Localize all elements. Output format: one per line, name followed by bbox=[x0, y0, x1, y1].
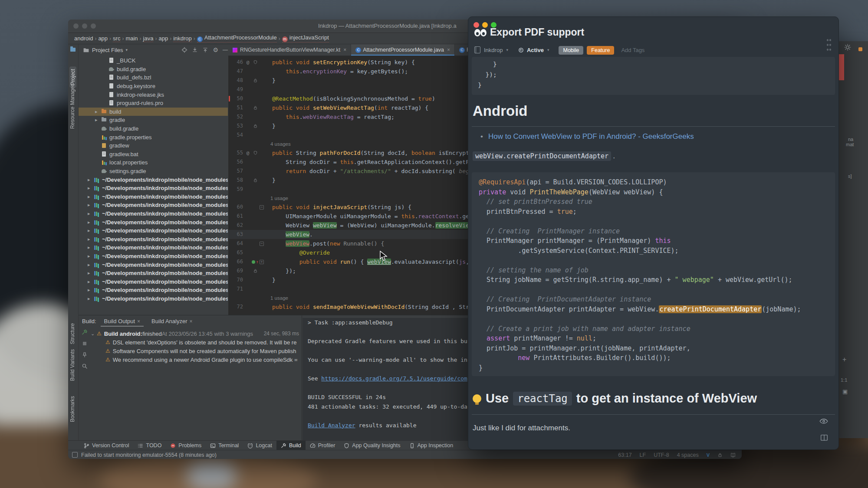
console-link[interactable]: Build Analyzer bbox=[308, 422, 355, 429]
editor-tab[interactable]: RNGestureHandlerButtonViewManager.kt× bbox=[228, 44, 351, 56]
toolbar-app-quality-insights[interactable]: App Quality Insights bbox=[339, 441, 404, 450]
tool-strip-resource-manager[interactable]: Resource Manager bbox=[69, 85, 76, 129]
tree-item[interactable]: ▸~/Developments/inkdrop/mobile/node_modu… bbox=[79, 252, 228, 261]
tree-item[interactable]: ▸~/Developments/inkdrop/mobile/node_modu… bbox=[79, 210, 228, 218]
locate-file-icon[interactable] bbox=[181, 47, 187, 53]
close-window-button[interactable] bbox=[73, 23, 79, 29]
breadcrumb-item[interactable]: android bbox=[74, 35, 93, 42]
lock-icon[interactable] bbox=[717, 452, 723, 458]
toolbar-problems[interactable]: Problems bbox=[166, 441, 206, 450]
vim-plugin-icon[interactable]: V bbox=[707, 452, 710, 458]
breadcrumb-item[interactable]: CAttachmentProcessorModule bbox=[197, 34, 277, 43]
actual-size-button[interactable]: 1:1 bbox=[841, 377, 847, 383]
drag-handle-icon[interactable] bbox=[826, 38, 832, 52]
tag-pill[interactable]: Mobile bbox=[559, 46, 583, 55]
gear-icon[interactable]: ⚙ bbox=[213, 46, 218, 53]
project-view-selector[interactable]: Project Files bbox=[92, 47, 123, 53]
tree-item[interactable]: ▸~/Developments/inkdrop/mobile/node_modu… bbox=[79, 226, 228, 235]
breadcrumb-item[interactable]: src bbox=[113, 35, 120, 42]
breadcrumb-item[interactable]: minjectJavaScript bbox=[282, 34, 329, 43]
minimize-window-button[interactable] bbox=[482, 22, 488, 28]
toolbar-profiler[interactable]: Profiler bbox=[306, 441, 340, 450]
stop-icon[interactable] bbox=[82, 341, 88, 347]
breadcrumb-item[interactable]: java bbox=[143, 35, 154, 42]
tool-strip-bookmarks[interactable]: Bookmarks bbox=[69, 396, 76, 422]
tree-item[interactable]: ▸~/Developments/inkdrop/mobile/node_modu… bbox=[79, 286, 228, 295]
editor-tab[interactable]: CAttachmentProcessorModule.java× bbox=[351, 44, 455, 56]
build-tab[interactable]: Build Analyzer× bbox=[148, 317, 196, 326]
status-item[interactable]: UTF-8 bbox=[654, 452, 669, 458]
tree-item[interactable]: ▸~/Developments/inkdrop/mobile/node_modu… bbox=[79, 184, 228, 193]
tree-item[interactable]: ▸build bbox=[79, 108, 228, 116]
build-tree-row[interactable]: ⌄⚠Build android: finished At 2023/05/26 … bbox=[91, 329, 302, 338]
status-item[interactable]: 4 spaces bbox=[677, 452, 699, 458]
external-link[interactable]: How to Convert WebView to PDF in Android… bbox=[488, 132, 694, 141]
zoom-window-button[interactable] bbox=[91, 23, 96, 29]
collapse-all-icon[interactable] bbox=[202, 47, 208, 53]
gear-icon[interactable] bbox=[844, 44, 851, 51]
tree-item[interactable]: build.gradle bbox=[79, 124, 228, 133]
toolbar-logcat[interactable]: Logcat bbox=[243, 441, 276, 450]
tree-item[interactable]: ▸gradle bbox=[79, 116, 228, 124]
status-item[interactable]: 63:17 bbox=[618, 452, 631, 458]
pin-icon[interactable] bbox=[82, 352, 88, 358]
build-tab[interactable]: Build Output× bbox=[101, 317, 144, 327]
toolbar-todo[interactable]: TODO bbox=[133, 441, 166, 450]
tree-item[interactable]: ▸~/Developments/inkdrop/mobile/node_modu… bbox=[79, 193, 228, 201]
hide-panel-icon[interactable]: — bbox=[223, 47, 228, 53]
tree-item[interactable]: gradlew bbox=[79, 141, 228, 150]
tree-item[interactable]: gradle.properties bbox=[79, 133, 228, 141]
tree-item[interactable]: settings.gradle bbox=[79, 167, 228, 176]
tree-item[interactable]: gradlew.bat bbox=[79, 150, 228, 159]
chevron-down-icon[interactable]: ▾ bbox=[547, 48, 549, 52]
breadcrumb-item[interactable]: app bbox=[98, 35, 108, 42]
note-title[interactable]: Export PDF support bbox=[490, 26, 584, 38]
tree-item[interactable]: ▸~/Developments/inkdrop/mobile/node_modu… bbox=[79, 201, 228, 210]
close-tab-icon[interactable]: × bbox=[447, 47, 450, 53]
tool-strip-structure[interactable]: Structure bbox=[69, 323, 76, 344]
toolbar-app-inspection[interactable]: App Inspection bbox=[405, 441, 458, 450]
tree-item[interactable]: debug.keystore bbox=[79, 82, 228, 91]
tree-item[interactable]: ▸~/Developments/inkdrop/mobile/node_modu… bbox=[79, 269, 228, 278]
breadcrumb-item[interactable]: main bbox=[125, 35, 138, 42]
tag-pill[interactable]: Feature bbox=[587, 46, 614, 55]
toolbar-build[interactable]: Build bbox=[276, 441, 306, 450]
tree-item[interactable]: inkdrop-release.jks bbox=[79, 90, 228, 99]
close-window-button[interactable] bbox=[473, 22, 479, 28]
tree-item[interactable]: local.properties bbox=[79, 158, 228, 167]
split-view-icon[interactable] bbox=[820, 434, 828, 441]
tree-item[interactable]: ▸~/Developments/inkdrop/mobile/node_modu… bbox=[79, 295, 228, 303]
chevron-down-icon[interactable]: ▾ bbox=[506, 48, 508, 52]
close-tab-icon[interactable]: × bbox=[343, 47, 346, 53]
reader-mode-icon[interactable] bbox=[730, 452, 736, 458]
search-icon[interactable] bbox=[82, 363, 88, 369]
tree-item[interactable]: build_defs.bzl bbox=[79, 73, 228, 82]
notebook-selector[interactable]: Inkdrop bbox=[484, 47, 503, 53]
tree-item[interactable]: _BUCK bbox=[79, 56, 228, 65]
toolbar-version-control[interactable]: Version Control bbox=[79, 441, 133, 450]
status-item[interactable]: LF bbox=[640, 452, 646, 458]
build-panel-divider[interactable] bbox=[302, 315, 302, 441]
tree-item[interactable]: build.gradle bbox=[79, 65, 228, 74]
tree-item[interactable]: ▸~/Developments/inkdrop/mobile/node_modu… bbox=[79, 277, 228, 286]
build-tree-row[interactable]: ⚠We recommend using a newer Android Grad… bbox=[91, 355, 302, 364]
build-tree-row[interactable]: ⚠DSL element 'dexOptions' is obsolete an… bbox=[91, 338, 302, 347]
build-tree-row[interactable]: ⚠Software Components will not be created… bbox=[91, 347, 302, 355]
console-link[interactable]: https://docs.gradle.org/7.5.1/userguide/… bbox=[321, 375, 467, 382]
breadcrumb-item[interactable]: app bbox=[158, 35, 168, 42]
minimize-window-button[interactable] bbox=[82, 23, 87, 29]
tree-item[interactable]: proguard-rules.pro bbox=[79, 99, 228, 108]
zoom-in-button[interactable]: + bbox=[842, 356, 846, 364]
tree-item[interactable]: ▸~/Developments/inkdrop/mobile/node_modu… bbox=[79, 175, 228, 184]
tree-item[interactable]: ▸~/Developments/inkdrop/mobile/node_modu… bbox=[79, 243, 228, 252]
fit-to-window-button[interactable]: ▣ bbox=[842, 388, 848, 395]
toolbar-terminal[interactable]: Terminal bbox=[206, 441, 243, 450]
expand-all-icon[interactable] bbox=[192, 47, 198, 53]
chevron-down-icon[interactable]: ▾ bbox=[126, 48, 128, 52]
tool-strip-build-variants[interactable]: Build Variants bbox=[69, 349, 76, 381]
tree-item[interactable]: ▸~/Developments/inkdrop/mobile/node_modu… bbox=[79, 235, 228, 243]
tree-item[interactable]: ▸~/Developments/inkdrop/mobile/node_modu… bbox=[79, 260, 228, 269]
rerun-build-icon[interactable] bbox=[82, 329, 88, 335]
tree-item[interactable]: ▸~/Developments/inkdrop/mobile/node_modu… bbox=[79, 218, 228, 226]
breadcrumb-item[interactable]: inkdrop bbox=[173, 35, 192, 42]
